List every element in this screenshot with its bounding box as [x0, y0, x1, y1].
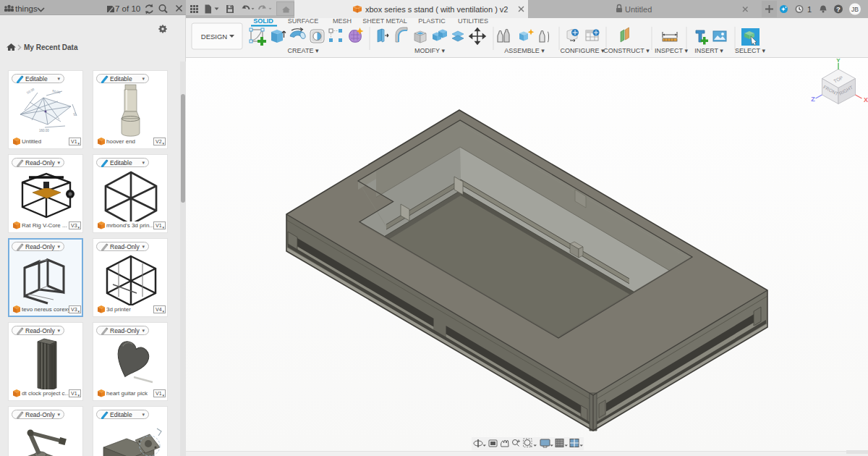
svg-text:SURFACE: SURFACE	[288, 18, 319, 25]
svg-text:SELECT ▾: SELECT ▾	[735, 47, 765, 54]
svg-text:PLASTIC: PLASTIC	[418, 18, 446, 25]
svg-text:160.00: 160.00	[39, 129, 49, 132]
svg-text:CREATE ▾: CREATE ▾	[288, 47, 319, 54]
svg-text:UTILITIES: UTILITIES	[458, 18, 488, 25]
svg-text:CONSTRUCT ▾: CONSTRUCT ▾	[603, 47, 650, 54]
svg-text:50.00: 50.00	[26, 88, 35, 95]
svg-text:SOLID: SOLID	[253, 18, 273, 25]
svg-text:30: 30	[72, 112, 77, 117]
svg-text:My Recent Data: My Recent Data	[24, 43, 78, 51]
svg-text:1: 1	[807, 5, 812, 14]
svg-text:X: X	[864, 96, 868, 104]
svg-text:things: things	[15, 4, 38, 13]
svg-text:CONFIGURE ▾: CONFIGURE ▾	[560, 47, 605, 54]
svg-text:ASSEMBLE ▾: ASSEMBLE ▾	[504, 47, 545, 54]
svg-text:Y: Y	[836, 58, 841, 64]
svg-text:DESIGN: DESIGN	[201, 33, 228, 41]
svg-text:MESH: MESH	[333, 18, 352, 25]
svg-text:INSERT ▾: INSERT ▾	[694, 47, 723, 54]
svg-text:SHEET METAL: SHEET METAL	[362, 18, 407, 25]
svg-text:INSPECT ▾: INSPECT ▾	[655, 47, 688, 54]
svg-text:JB: JB	[851, 6, 859, 13]
svg-text:Untitled: Untitled	[625, 5, 652, 14]
svg-text:xbox series s stand ( with ven: xbox series s stand ( with ventilation )…	[365, 5, 508, 14]
svg-text:MODIFY ▾: MODIFY ▾	[414, 47, 445, 54]
svg-text:Z: Z	[811, 96, 815, 103]
svg-text:?: ?	[836, 5, 841, 13]
svg-text:7 of 10: 7 of 10	[115, 4, 140, 13]
